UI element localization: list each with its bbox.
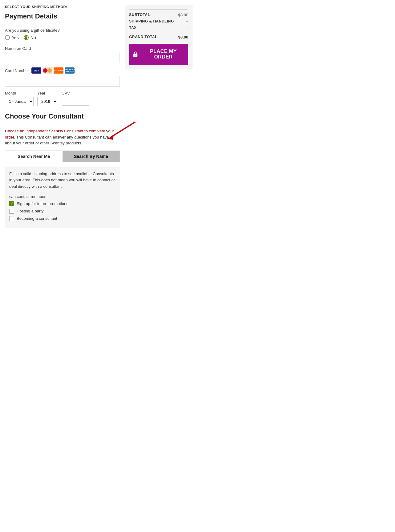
gift-cert-question: Are you using a gift certificate? [5, 28, 120, 33]
tab-description: Fill in a valid shipping address to see … [9, 171, 116, 190]
checkbox-hosting-box[interactable] [9, 209, 14, 214]
card-icons: VISA DISCOVER AMERICAN EXPRESS [31, 67, 75, 74]
tax-value: -- [185, 26, 188, 30]
gift-cert-no-option[interactable]: No [24, 35, 36, 40]
year-select[interactable]: 2019 2020 2021 2022 2023 [37, 97, 58, 106]
cvv-label: CVV [62, 91, 89, 95]
checkbox-hosting-label: Hosting a party [17, 209, 43, 213]
mastercard-icon [43, 67, 52, 74]
gift-cert-no-label: No [31, 35, 36, 40]
place-order-label: PLACE MY ORDER [142, 49, 185, 60]
contact-me-label: can contact me about: [9, 194, 116, 199]
left-column: SELECT YOUR SHIPPING METHOD: Payment Det… [5, 5, 120, 232]
shipping-label: SHIPPING & HANDLING [129, 19, 174, 24]
year-label: Year [37, 91, 58, 95]
grand-total-row: GRAND TOTAL $3.00 [129, 32, 188, 39]
month-field: Month 1 - Janua 2 - Feb 3 - Mar 4 - Apr … [5, 91, 34, 106]
name-on-card-input[interactable] [5, 53, 120, 63]
lock-icon [132, 51, 139, 58]
tax-row: TAX -- [129, 26, 188, 30]
checkbox-hosting[interactable]: Hosting a party [9, 209, 116, 214]
visa-icon: VISA [31, 67, 41, 74]
grand-total-label: GRAND TOTAL [129, 35, 157, 39]
shipping-value: -- [185, 19, 188, 24]
month-select[interactable]: 1 - Janua 2 - Feb 3 - Mar 4 - Apr 5 - Ma… [5, 97, 34, 106]
checkbox-consultant-box[interactable] [9, 216, 14, 221]
subtotal-value: $3.00 [178, 13, 188, 17]
card-number-row: Card Number VISA DISCOVER AMERICAN EXPRE… [5, 67, 120, 74]
card-number-input[interactable] [5, 76, 120, 87]
consultant-desc-container: Choose an Independent Scentsy Consultant… [5, 128, 120, 146]
gift-cert-yes-option[interactable]: Yes [5, 35, 19, 40]
card-number-label: Card Number [5, 68, 29, 73]
name-on-card-label: Name on Card [5, 46, 120, 51]
tax-label: TAX [129, 26, 137, 30]
right-column: SUBTOTAL $3.00 SHIPPING & HANDLING -- TA… [125, 5, 193, 232]
checkbox-consultant[interactable]: Becoming a consultant [9, 216, 116, 221]
subtotal-row: SUBTOTAL $3.00 [129, 13, 188, 17]
gift-cert-radio-group: Yes No [5, 35, 120, 40]
discover-icon: DISCOVER [54, 67, 63, 74]
shipping-method-label: SELECT YOUR SHIPPING METHOD: [5, 5, 120, 9]
consultant-description: Choose an Independent Scentsy Consultant… [5, 128, 120, 146]
radio-yes-circle[interactable] [5, 35, 10, 40]
payment-section-heading: Payment Details [5, 12, 120, 23]
tab-content-area: Fill in a valid shipping address to see … [5, 167, 120, 228]
tab-search-near-me[interactable]: Search Near Me [5, 151, 63, 162]
checkbox-promotions-label: Sign up for future promotions [17, 201, 68, 206]
year-field: Year 2019 2020 2021 2022 2023 [37, 91, 58, 106]
place-order-button[interactable]: PLACE MY ORDER [129, 44, 188, 65]
shipping-row: SHIPPING & HANDLING -- [129, 19, 188, 24]
expiry-cvv-row: Month 1 - Janua 2 - Feb 3 - Mar 4 - Apr … [5, 91, 120, 106]
checkbox-promotions-box[interactable] [9, 201, 14, 206]
subtotal-label: SUBTOTAL [129, 13, 150, 17]
cvv-input[interactable] [62, 97, 89, 106]
month-label: Month [5, 91, 34, 95]
summary-top-divider [129, 9, 188, 10]
order-summary-box: SUBTOTAL $3.00 SHIPPING & HANDLING -- TA… [125, 5, 193, 69]
cvv-field: CVV [62, 91, 89, 106]
checkbox-promotions[interactable]: Sign up for future promotions [9, 201, 116, 206]
tab-search-by-name[interactable]: Search By Name [63, 151, 120, 162]
consultant-section-heading: Choose Your Consultant [5, 112, 120, 123]
gift-cert-yes-label: Yes [12, 35, 19, 40]
consultant-tabs: Search Near Me Search By Name [5, 151, 120, 162]
checkbox-consultant-label: Becoming a consultant [17, 216, 57, 221]
grand-total-value: $3.00 [178, 35, 188, 39]
amex-icon: AMERICAN EXPRESS [65, 67, 75, 74]
radio-no-circle[interactable] [24, 35, 29, 40]
